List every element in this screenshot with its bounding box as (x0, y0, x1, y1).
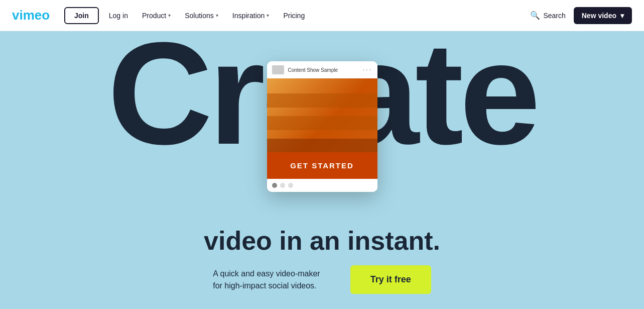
image-line-2 (267, 116, 377, 130)
video-preview-card: Content Show Sample ··· GET STARTED (267, 61, 377, 192)
image-line-1 (267, 93, 377, 108)
card-footer (267, 179, 377, 192)
card-cta-banner: GET STARTED (267, 152, 377, 179)
image-line-3 (267, 139, 377, 153)
search-button[interactable]: 🔍 Search (530, 11, 565, 20)
hero-section: Create Content Show Sample ··· GET START… (0, 0, 644, 309)
nav-link-inspiration[interactable]: Inspiration ▾ (226, 8, 276, 24)
join-button[interactable]: Join (64, 7, 99, 24)
chevron-down-icon: ▾ (620, 12, 624, 20)
search-icon: 🔍 (530, 11, 540, 20)
nav-links: Log in Product ▾ Solutions ▾ Inspiration… (103, 8, 531, 24)
card-thumbnail-mini (272, 65, 284, 74)
nav-link-solutions[interactable]: Solutions ▾ (179, 8, 224, 24)
hero-subtitle: video in an instant. (204, 227, 440, 255)
nav-link-pricing[interactable]: Pricing (277, 8, 311, 24)
slide-dot-2[interactable] (280, 183, 285, 188)
card-title-text: Content Show Sample (288, 67, 338, 73)
navbar-right: 🔍 Search New video ▾ (530, 7, 632, 24)
svg-text:vimeo: vimeo (12, 9, 50, 23)
hero-bottom-area: video in an instant. A quick and easy vi… (0, 209, 644, 309)
navbar: vimeo Join Log in Product ▾ Solutions ▾ … (0, 0, 644, 31)
chevron-down-icon: ▾ (168, 13, 171, 18)
chevron-down-icon: ▾ (267, 13, 269, 18)
slide-dot-1[interactable] (272, 183, 277, 188)
card-title-area: Content Show Sample (272, 65, 338, 74)
card-image-bg: GET STARTED (267, 78, 377, 179)
chevron-down-icon: ▾ (216, 13, 218, 18)
hero-card-area: Content Show Sample ··· GET STARTED (267, 61, 377, 192)
card-image-area: GET STARTED (267, 78, 377, 179)
login-link[interactable]: Log in (103, 8, 134, 24)
try-it-free-button[interactable]: Try it free (350, 265, 431, 294)
logo[interactable]: vimeo (12, 9, 52, 23)
new-video-button[interactable]: New video ▾ (574, 7, 632, 24)
nav-link-product[interactable]: Product ▾ (136, 8, 177, 24)
card-options-icon[interactable]: ··· (362, 65, 372, 74)
slide-dot-3[interactable] (288, 183, 293, 188)
card-header: Content Show Sample ··· (267, 61, 377, 78)
hero-bottom-row: A quick and easy video-maker for high-im… (213, 265, 431, 294)
hero-description: A quick and easy video-maker for high-im… (213, 268, 320, 292)
